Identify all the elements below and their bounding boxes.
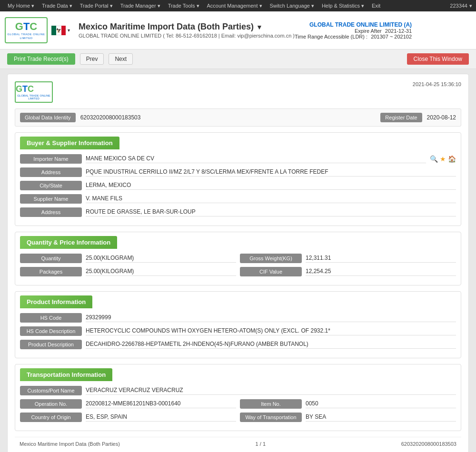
importer-icons: 🔍 ★ 🏠 [430,155,456,163]
tradetools-arrow-icon: ▾ [197,3,199,9]
card-footer-title: Mexico Maritime Import Data (Both Partie… [20,441,120,447]
nav-accountmanagement[interactable]: Account Management ▾ [203,0,266,11]
main-content: GTC GLOBAL TRADE ONLINE LIMITED 2021-04-… [0,69,476,452]
product-desc-value: DECAHIDRO-2266788-HEPTAMETIL 2H-INDENO(4… [86,341,456,349]
cif-col: CIF Value 12,254.25 [240,267,456,276]
accountmgmt-arrow-icon: ▾ [259,3,262,9]
card-footer-id: 6203202008000183503 [401,441,456,447]
supplier-address-row: Address ROUTE DE GRASSE, LE BAR-SUR-LOUP [20,207,456,217]
prev-button-top[interactable]: Prev [80,53,104,65]
importer-address-value: PQUE INDUSTRIAL CERRILLO II/MZ 2/L7 Y 8/… [86,168,456,177]
mexico-flag-icon: 🦅 [51,26,66,35]
flag-dropdown-icon[interactable]: ▾ [68,28,70,33]
supplier-name-label: Supplier Name [20,194,82,204]
city-state-label: City/State [20,181,82,190]
tradedata-arrow-icon: ▾ [69,3,72,9]
cif-value: 12,254.25 [306,268,456,276]
gross-weight-value: 12,311.31 [306,255,456,263]
country-origin-label: Country of Origin [20,413,82,422]
flag-area: 🦅 ▾ [51,26,70,35]
packages-col: Packages 25.00(KILOGRAM) [20,267,236,276]
transportation-section: Transportation Information Customs/Port … [15,364,461,431]
expire-info: Expire After 2021-12-31 [295,28,412,34]
packages-value: 25.00(KILOGRAM) [86,268,236,276]
packages-label: Packages [20,267,82,276]
customs-port-value: VERACRUZ VERACRUZ VERACRUZ [86,387,456,395]
packages-cif-row: Packages 25.00(KILOGRAM) CIF Value 12,25… [20,267,456,276]
register-date-value: 2020-08-12 [427,114,456,121]
card-footer: Mexico Maritime Import Data (Both Partie… [15,437,461,451]
hs-code-desc-row: HS Code Description HETEROCYCLIC COMPOUN… [20,326,456,336]
importer-name-value: MANE MEXICO SA DE CV [86,155,426,163]
operation-item-row: Operation No. 20200812-MME861201NB3-0001… [20,399,456,409]
importer-name-row: Importer Name MANE MEXICO SA DE CV 🔍 ★ 🏠 [20,154,456,164]
operation-no-value: 20200812-MME861201NB3-0001640 [86,400,236,408]
importer-address-row: Address PQUE INDUSTRIAL CERRILLO II/MZ 2… [20,167,456,177]
account-info: GLOBAL TRADE ONLINE LIMITED (A) Expire A… [295,21,412,39]
hs-code-desc-value: HETEROCYCLIC COMPOUNDS WITH OXYGEN HETER… [86,327,456,335]
quantity-value: 25.00(KILOGRAM) [86,255,236,263]
product-header-wrap: Product Information [15,292,461,308]
product-desc-row: Product Description DECAHIDRO-2266788-HE… [20,340,456,349]
logo-text: GTC [6,20,47,33]
identity-row: Global Data Identity 6203202008000183503… [15,108,461,127]
nav-helpstatistics[interactable]: Help & Statistics ▾ [318,0,368,11]
item-no-col: Item No. 0050 [240,399,456,409]
nav-trademanager[interactable]: Trade Manager ▾ [117,0,164,11]
rec-logo-box: GTC GLOBAL TRADE ONLINE LIMITED [15,81,53,103]
close-button-top[interactable]: Close This Window [407,53,469,65]
customs-port-row: Customs/Port Name VERACRUZ VERACRUZ VERA… [20,386,456,395]
print-button-top[interactable]: Print Trade Record(s) [7,53,75,65]
nav-tradeportal[interactable]: Trade Portal ▾ [76,0,117,11]
product-section: Product Information HS Code 29329999 HS … [15,291,461,358]
hs-code-label: HS Code [20,313,82,323]
customs-port-label: Customs/Port Name [20,386,82,395]
country-transport-row: Country of Origin ES, ESP, SPAIN Way of … [20,413,456,422]
transportation-header-wrap: Transportation Information [15,364,461,381]
quantity-price-header-wrap: Quantity & Price Information [15,232,461,249]
switchlang-arrow-icon: ▾ [311,3,314,9]
nav-switchlanguage[interactable]: Switch Language ▾ [266,0,318,11]
page-subtitle: GLOBAL TRADE ONLINE LIMITED ( Tel: 86-51… [79,33,295,39]
transportation-header: Transportation Information [20,368,112,381]
buyer-supplier-body: Importer Name MANE MEXICO SA DE CV 🔍 ★ 🏠… [15,149,461,226]
supplier-name-value: V. MANE FILS [86,195,456,203]
search-icon[interactable]: 🔍 [430,155,438,163]
logo-subtitle: GLOBAL TRADE ONLINE LIMITED [6,33,47,39]
title-arrow-icon[interactable]: ▼ [256,23,263,31]
importer-name-label: Importer Name [20,154,82,164]
hs-code-desc-label: HS Code Description [20,326,82,336]
quantity-label: Quantity [20,254,82,263]
rec-logo-text: GTC [16,84,52,94]
product-desc-label: Product Description [20,340,82,349]
helpstats-arrow-icon: ▾ [361,3,364,9]
importer-address-label: Address [20,167,82,177]
star-icon[interactable]: ★ [440,155,446,163]
global-data-identity-label: Global Data Identity [20,113,76,122]
hs-code-value: 29329999 [86,314,456,322]
nav-tradedata[interactable]: Trade Data ▾ [38,0,76,11]
operation-no-col: Operation No. 20200812-MME861201NB3-0001… [20,399,236,409]
home-icon[interactable]: 🏠 [448,155,456,163]
gross-weight-label: Gross Weight(KG) [240,254,302,263]
title-area: Mexico Maritime Import Data (Both Partie… [74,22,295,39]
card-footer-page: 1 / 1 [256,441,266,447]
top-navigation: My Home ▾ Trade Data ▾ Trade Portal ▾ Tr… [0,0,476,11]
way-transport-col: Way of Transportation BY SEA [240,413,456,422]
nav-tradetools[interactable]: Trade Tools ▾ [164,0,203,11]
way-transport-label: Way of Transportation [240,413,302,422]
way-transport-value: BY SEA [306,413,456,422]
item-no-value: 0050 [306,400,456,408]
nav-exit[interactable]: Exit [368,0,384,11]
quantity-price-body: Quantity 25.00(KILOGRAM) Gross Weight(KG… [15,249,461,285]
tradeportal-arrow-icon: ▾ [110,3,113,9]
nav-myhome[interactable]: My Home ▾ [4,0,38,11]
city-state-row: City/State LERMA, MEXICO [20,181,456,190]
supplier-name-row: Supplier Name V. MANE FILS [20,194,456,204]
city-state-value: LERMA, MEXICO [86,182,456,190]
supplier-address-value: ROUTE DE GRASSE, LE BAR-SUR-LOUP [86,208,456,216]
quantity-price-header: Quantity & Price Information [20,236,117,249]
quantity-price-section: Quantity & Price Information Quantity 25… [15,232,461,285]
header-bar: GTC GLOBAL TRADE ONLINE LIMITED 🦅 ▾ Mexi… [0,11,476,49]
next-button-top[interactable]: Next [109,53,133,65]
